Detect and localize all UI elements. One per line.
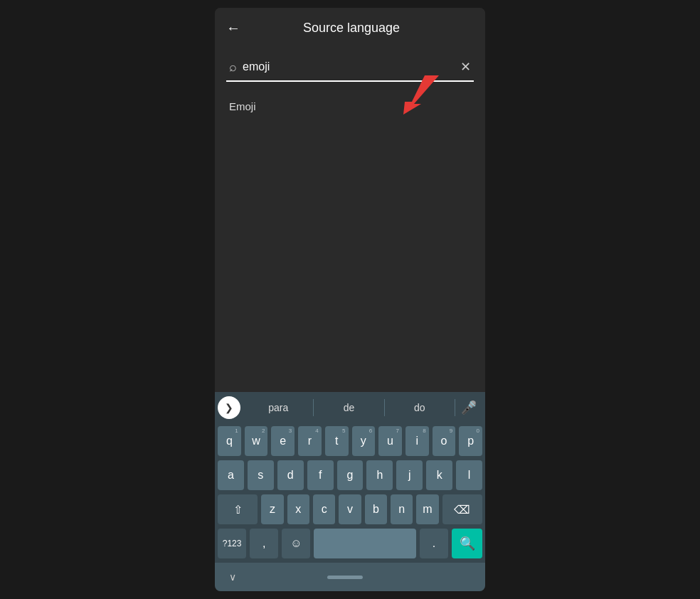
key-g[interactable]: g	[337, 460, 364, 490]
numbers-key[interactable]: ?123	[218, 529, 246, 558]
back-button[interactable]: ←	[226, 20, 240, 36]
suggestion-de[interactable]: de	[314, 399, 384, 416]
hint-r: 4	[315, 428, 318, 434]
search-bar: ⌕ ✕	[215, 48, 485, 88]
hint-q: 1	[235, 428, 238, 434]
key-v[interactable]: v	[339, 494, 361, 524]
key-row-4: ?123 , ☺ . 🔍	[218, 529, 482, 558]
hint-i: 8	[423, 428, 425, 434]
hint-o: 9	[450, 428, 452, 434]
key-b[interactable]: b	[365, 494, 387, 524]
key-row-2: a s d f g h j k l	[218, 460, 482, 490]
expand-suggestions-button[interactable]: ❯	[218, 396, 240, 419]
suggestion-para[interactable]: para	[243, 399, 314, 416]
key-w[interactable]: 2 w	[245, 426, 268, 456]
delete-key[interactable]: ⌫	[442, 494, 482, 524]
page-title: Source language	[255, 21, 448, 36]
key-r[interactable]: 4 r	[298, 426, 322, 456]
hint-e: 3	[289, 428, 292, 434]
key-k[interactable]: k	[426, 460, 452, 490]
keyboard-suggestions-row: ❯ para de do 🎤	[215, 392, 485, 423]
key-j[interactable]: j	[396, 460, 423, 490]
hint-t: 5	[342, 428, 345, 434]
period-key[interactable]: .	[420, 529, 448, 558]
mic-button[interactable]: 🎤	[455, 400, 482, 415]
search-input[interactable]	[243, 60, 455, 73]
emoji-key[interactable]: ☺	[282, 529, 310, 558]
key-i[interactable]: 8 i	[405, 426, 429, 456]
header: ← Source language	[215, 8, 485, 48]
key-x[interactable]: x	[287, 494, 309, 524]
key-u[interactable]: 7 u	[378, 426, 402, 456]
key-f[interactable]: f	[307, 460, 334, 490]
key-e[interactable]: 3 e	[271, 426, 295, 456]
key-q[interactable]: 1 q	[218, 426, 241, 456]
search-action-key[interactable]: 🔍	[452, 529, 482, 558]
search-icon: ⌕	[229, 60, 237, 75]
key-a[interactable]: a	[218, 460, 244, 490]
clear-button[interactable]: ✕	[460, 59, 471, 75]
hint-y: 6	[369, 428, 372, 434]
key-s[interactable]: s	[248, 460, 274, 490]
key-y[interactable]: 6 y	[352, 426, 376, 456]
key-n[interactable]: n	[391, 494, 413, 524]
hint-w: 2	[262, 428, 265, 434]
key-row-3: ⇧ z x c v b n m ⌫	[218, 494, 482, 524]
key-l[interactable]: l	[456, 460, 482, 490]
key-p[interactable]: 0 p	[459, 426, 482, 456]
shift-key[interactable]: ⇧	[218, 494, 258, 524]
key-m[interactable]: m	[416, 494, 438, 524]
comma-key[interactable]: ,	[250, 529, 278, 558]
search-input-wrapper: ⌕ ✕	[226, 53, 474, 82]
key-row-1: 1 q 2 w 3 e 4 r 5 t 6 y	[218, 426, 482, 456]
phone-screen: ← Source language ⌕ ✕ Emoji ❯ para de do…	[215, 8, 485, 591]
keyboard: 1 q 2 w 3 e 4 r 5 t 6 y	[215, 423, 485, 563]
key-t[interactable]: 5 t	[325, 426, 349, 456]
space-key[interactable]	[314, 529, 415, 558]
key-z[interactable]: z	[261, 494, 283, 524]
list-item[interactable]: Emoji	[215, 90, 485, 122]
bottom-bar: ∨	[215, 563, 485, 591]
hint-u: 7	[396, 428, 398, 434]
bottom-handle	[327, 576, 363, 579]
keyboard-hide-button[interactable]: ∨	[229, 571, 236, 583]
results-list: Emoji	[215, 88, 485, 392]
suggestion-do[interactable]: do	[385, 399, 455, 416]
key-c[interactable]: c	[313, 494, 335, 524]
key-d[interactable]: d	[277, 460, 304, 490]
key-h[interactable]: h	[366, 460, 393, 490]
hint-p: 0	[477, 428, 479, 434]
key-o[interactable]: 9 o	[433, 426, 456, 456]
